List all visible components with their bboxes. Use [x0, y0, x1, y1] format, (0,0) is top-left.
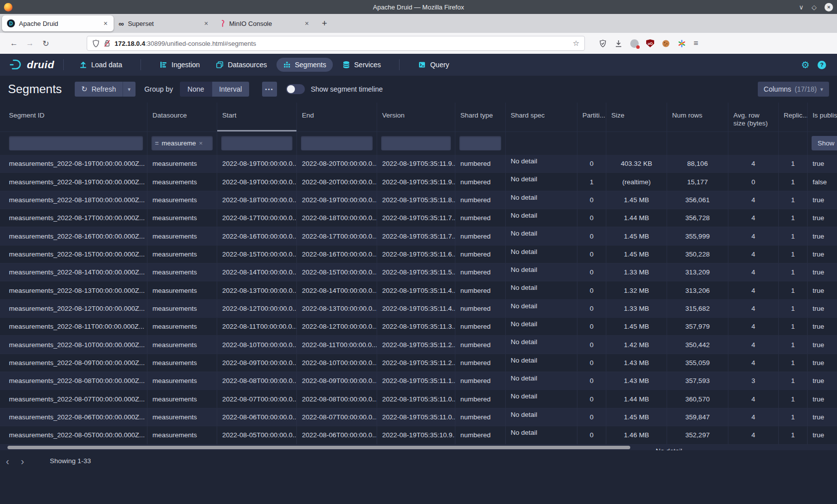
cell[interactable]: measurements — [147, 372, 217, 389]
cell[interactable]: measurements_2022-08-19T00:00:00.000Z... — [0, 173, 147, 190]
gear-icon[interactable]: ⚙ — [801, 60, 810, 70]
cell[interactable]: 1 — [779, 209, 808, 227]
cell[interactable]: true — [808, 426, 837, 444]
cell[interactable]: No detail — [506, 372, 577, 389]
cell[interactable]: 4 — [728, 246, 779, 263]
cell[interactable]: 4 — [728, 408, 779, 426]
cell[interactable]: No detail — [506, 408, 577, 426]
cell[interactable]: numbered — [455, 209, 506, 227]
cell[interactable]: true — [808, 209, 837, 227]
cell[interactable]: 1.32 MB — [606, 281, 667, 299]
cell[interactable]: measurements_2022-08-13T00:00:00.000Z... — [0, 281, 147, 299]
cell[interactable]: 1 — [779, 336, 808, 353]
cell[interactable]: No detail — [506, 209, 577, 227]
cell[interactable]: numbered — [455, 426, 506, 444]
protections-shield-icon[interactable] — [599, 39, 607, 48]
cell[interactable]: 2022-08-19T05:35:11.5... — [377, 263, 455, 281]
cell[interactable]: true — [808, 318, 837, 335]
cell[interactable]: 2022-08-18T00:00:00.0... — [217, 191, 297, 209]
cell[interactable]: 1.33 MB — [606, 300, 667, 317]
cell[interactable]: 2022-08-19T05:35:11.8... — [377, 191, 455, 209]
cell[interactable]: 1 — [779, 408, 808, 426]
cell[interactable]: true — [808, 281, 837, 299]
cell[interactable]: measurements_2022-08-17T00:00:00.000Z... — [0, 209, 147, 227]
cell[interactable]: 2022-08-16T00:00:00.0... — [217, 227, 297, 245]
cell[interactable]: 2022-08-15T00:00:00.0... — [297, 263, 377, 281]
cell[interactable]: 2022-08-19T05:35:11.2... — [377, 354, 455, 372]
cell[interactable]: 360,570 — [667, 390, 728, 407]
cell[interactable]: numbered — [455, 336, 506, 353]
nav-item-ingestion[interactable]: Ingestion — [153, 58, 206, 72]
cell[interactable]: 4 — [728, 390, 779, 407]
cell[interactable]: 1 — [779, 318, 808, 335]
cell[interactable]: measurements_2022-08-19T00:00:00.000Z... — [0, 155, 147, 172]
cell[interactable]: measurements — [147, 390, 217, 407]
cell[interactable]: 0 — [577, 191, 606, 209]
cell[interactable]: 357,979 — [667, 318, 728, 335]
tab-minio-console[interactable]: MinIO Console × — [214, 15, 315, 31]
cell[interactable]: numbered — [455, 227, 506, 245]
cell[interactable]: 1 — [779, 246, 808, 263]
cell[interactable]: 2022-08-05T00:00:00.0... — [217, 426, 297, 444]
cell[interactable]: measurements_2022-08-15T00:00:00.000Z... — [0, 246, 147, 263]
cell[interactable]: measurements — [147, 191, 217, 209]
downloads-icon[interactable] — [614, 39, 623, 48]
cell[interactable]: No detail — [506, 191, 577, 209]
cell[interactable]: 1 — [779, 390, 808, 407]
cell[interactable]: 2022-08-10T00:00:00.0... — [217, 336, 297, 353]
cell[interactable]: 4 — [728, 281, 779, 299]
nav-item-segments[interactable]: Segments — [277, 58, 333, 72]
nav-item-query[interactable]: Query — [412, 58, 455, 72]
cell[interactable]: false — [808, 173, 837, 190]
ublock-origin-icon[interactable]: uO — [646, 39, 654, 47]
cell[interactable]: 1.45 MB — [606, 191, 667, 209]
cell[interactable]: (realtime) — [606, 173, 667, 190]
cell[interactable]: numbered — [455, 318, 506, 335]
close-icon[interactable]: × — [825, 3, 833, 11]
cell[interactable]: 0 — [577, 227, 606, 245]
start-filter-input[interactable] — [221, 136, 292, 150]
cell[interactable]: measurements — [147, 354, 217, 372]
group-by-none-button[interactable]: None — [180, 82, 211, 97]
cell[interactable]: numbered — [455, 173, 506, 190]
cell[interactable]: 2022-08-19T00:00:00.0... — [297, 191, 377, 209]
multi-account-icon[interactable] — [678, 39, 686, 48]
cell[interactable]: No detail — [506, 263, 577, 281]
cell[interactable]: 4 — [728, 336, 779, 353]
cell[interactable]: 1 — [779, 281, 808, 299]
cell[interactable]: No detail — [506, 318, 577, 335]
cell[interactable]: 4 — [728, 318, 779, 335]
cell[interactable]: 1.45 MB — [606, 227, 667, 245]
column-header-is-published[interactable]: Is published — [808, 103, 837, 131]
cell[interactable]: 2022-08-08T00:00:00.0... — [297, 390, 377, 407]
cell[interactable]: numbered — [455, 372, 506, 389]
cell[interactable]: 1 — [779, 191, 808, 209]
cell[interactable]: No detail — [506, 336, 577, 353]
cell[interactable]: 1 — [779, 173, 808, 190]
help-icon[interactable]: ? — [818, 61, 826, 69]
cell[interactable]: 4 — [728, 263, 779, 281]
cell[interactable]: 2022-08-15T00:00:00.0... — [217, 246, 297, 263]
column-header-replicas[interactable]: Replic... — [779, 103, 808, 131]
cell[interactable]: true — [808, 336, 837, 353]
cell[interactable]: measurements_2022-08-12T00:00:00.000Z... — [0, 300, 147, 317]
group-by-interval-button[interactable]: Interval — [212, 82, 249, 97]
cell[interactable]: 2022-08-11T00:00:00.0... — [297, 336, 377, 353]
cell[interactable]: 1.45 MB — [606, 408, 667, 426]
cell[interactable]: 2022-08-19T00:00:00.0... — [217, 173, 297, 190]
cell[interactable]: 4 — [728, 155, 779, 172]
cell[interactable]: 2022-08-19T05:35:11.7... — [377, 209, 455, 227]
cell[interactable]: measurements — [147, 281, 217, 299]
cell[interactable]: No detail — [506, 390, 577, 407]
extension-icon[interactable] — [630, 39, 639, 48]
cell[interactable]: 0 — [577, 372, 606, 389]
cell[interactable]: 1.46 MB — [606, 426, 667, 444]
cell[interactable]: No detail — [506, 227, 577, 245]
cell[interactable]: 2022-08-18T00:00:00.0... — [297, 209, 377, 227]
reload-icon[interactable]: ↻ — [38, 39, 54, 48]
nav-item-services[interactable]: Services — [336, 58, 388, 72]
more-options-button[interactable]: ••• — [262, 82, 277, 97]
cell[interactable]: 1.45 MB — [606, 246, 667, 263]
cell[interactable]: 0 — [577, 408, 606, 426]
cell[interactable]: 0 — [577, 246, 606, 263]
